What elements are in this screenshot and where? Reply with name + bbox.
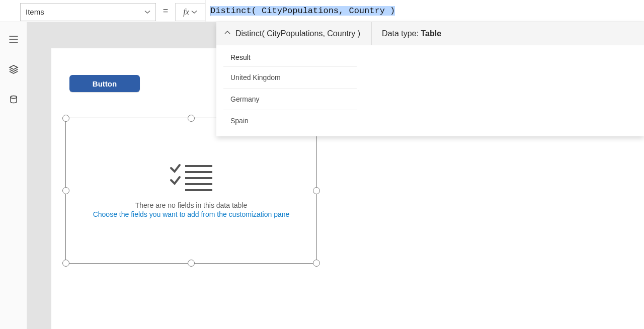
svg-point-0 [11,96,17,99]
property-selector[interactable]: Items [20,3,156,21]
chevron-down-icon [191,9,197,15]
formula-token: , [339,6,344,16]
formula-token: Country [344,6,390,16]
checklist-icon [169,163,213,192]
result-row[interactable]: United Kingdom [223,67,357,89]
result-row[interactable]: Spain [223,110,357,131]
property-selector-label: Items [26,8,44,16]
resize-handle[interactable] [188,260,195,267]
data-icon[interactable] [9,95,19,105]
datatable-empty-message: There are no fields in this data table [135,201,248,209]
result-header: Distinct( CityPopulations, Country ) Dat… [216,22,644,45]
result-expression-text: Distinct( CityPopulations, Country ) [235,29,360,38]
result-row[interactable]: Germany [223,89,357,110]
chevron-down-icon [144,9,150,15]
result-column: Result United Kingdom Germany Spain [223,48,357,131]
data-table-control[interactable]: There are no fields in this data table C… [65,118,317,264]
fx-dropdown[interactable]: fx [175,3,205,21]
equals-label: = [156,6,175,16]
fx-label: fx [183,8,189,17]
datatable-choose-fields-link[interactable]: Choose the fields you want to add from t… [93,210,290,218]
chevron-up-icon [224,30,230,37]
resize-handle[interactable] [313,260,320,267]
datatype-label: Data type: [382,29,419,38]
result-datatype: Data type: Table [372,29,451,38]
result-body: Result United Kingdom Germany Spain [216,45,644,136]
resize-handle[interactable] [62,187,69,194]
button-label: Button [93,79,117,88]
result-expression[interactable]: Distinct( CityPopulations, Country ) [216,22,372,45]
resize-handle[interactable] [62,115,69,122]
hamburger-icon[interactable] [9,34,19,44]
formula-result-panel: Distinct( CityPopulations, Country ) Dat… [216,22,644,136]
resize-handle[interactable] [188,115,195,122]
formula-token: Distinct( [210,6,257,16]
formula-bar: Items = fx Distinct( CityPopulations, Co… [0,0,644,22]
layers-icon[interactable] [9,64,19,74]
left-rail [0,22,27,329]
formula-input[interactable]: Distinct( CityPopulations, Country ) [205,0,644,22]
result-column-header: Result [223,48,357,67]
formula-token: ) [390,6,395,16]
datatype-value: Table [421,29,441,38]
formula-token: CityPopulations [257,6,339,16]
resize-handle[interactable] [62,260,69,267]
canvas-button-control[interactable]: Button [69,75,140,92]
resize-handle[interactable] [313,187,320,194]
